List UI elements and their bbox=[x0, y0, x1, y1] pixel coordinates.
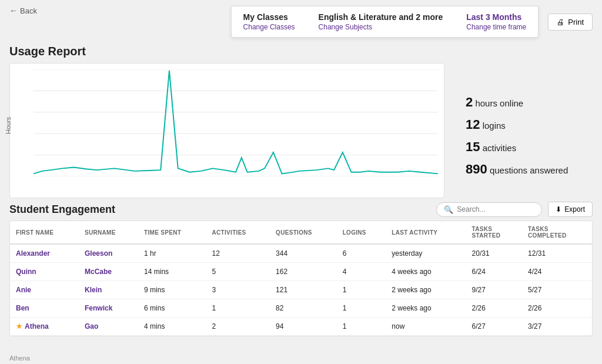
activities-label: activities bbox=[483, 143, 517, 153]
download-icon: ⬇ bbox=[556, 205, 561, 213]
filter-panel: My Classes Change Classes English & Lite… bbox=[231, 6, 539, 38]
search-export-controls: 🔍 ⬇ Export bbox=[436, 202, 593, 217]
cell-surname: Fenwick bbox=[79, 299, 138, 318]
table-header-row: FIRST NAME SURNAME TIME SPENT ACTIVITIES… bbox=[10, 221, 592, 244]
bottom-label: Athena bbox=[9, 355, 30, 362]
table-row: ★Athena Gao 4 mins 2 94 1 now 6/27 3/27 bbox=[10, 318, 592, 336]
cell-firstname: Ben bbox=[10, 299, 79, 318]
cell-taskscompleted: 2/26 bbox=[522, 299, 592, 318]
engagement-title: Student Engagement bbox=[9, 203, 115, 216]
classes-label: My Classes bbox=[243, 12, 295, 22]
cell-logins: 6 bbox=[337, 244, 386, 263]
change-subjects-link[interactable]: Change Subjects bbox=[319, 23, 443, 31]
cell-lastactivity: 2 weeks ago bbox=[386, 299, 466, 318]
questions-number: 890 bbox=[466, 162, 487, 176]
col-surname: SURNAME bbox=[79, 221, 138, 244]
surname-link[interactable]: Fenwick bbox=[85, 304, 112, 312]
print-label: Print bbox=[568, 18, 584, 26]
cell-surname: Klein bbox=[79, 281, 138, 299]
cell-timespent: 1 hr bbox=[138, 244, 206, 263]
search-icon: 🔍 bbox=[444, 205, 453, 214]
cell-activities: 5 bbox=[206, 263, 270, 281]
stats-panel: 2 hours online 12 logins 15 activities 8… bbox=[452, 61, 593, 198]
cell-surname: Gao bbox=[79, 318, 138, 336]
cell-tasksstarted: 9/27 bbox=[466, 281, 522, 299]
cell-surname: McCabe bbox=[79, 263, 138, 281]
cell-taskscompleted: 5/27 bbox=[522, 281, 592, 299]
firstname-link[interactable]: Quinn bbox=[16, 268, 36, 276]
table-row: Alexander Gleeson 1 hr 12 344 6 yesterda… bbox=[10, 244, 592, 263]
subjects-label: English & Literature and 2 more bbox=[319, 12, 443, 22]
table-row: Anie Klein 9 mins 3 121 1 2 weeks ago 9/… bbox=[10, 281, 592, 299]
cell-lastactivity: now bbox=[386, 318, 466, 336]
left-content: Usage Report Hours 1.0 0.80 0.60 0.40 bbox=[9, 40, 452, 198]
print-button[interactable]: 🖨 Print bbox=[548, 14, 593, 31]
cell-logins: 4 bbox=[337, 263, 386, 281]
change-classes-link[interactable]: Change Classes bbox=[243, 23, 295, 31]
cell-questions: 82 bbox=[270, 299, 337, 318]
cell-taskscompleted: 3/27 bbox=[522, 318, 592, 336]
cell-tasksstarted: 2/26 bbox=[466, 299, 522, 318]
cell-timespent: 6 mins bbox=[138, 299, 206, 318]
col-activities: ACTIVITIES bbox=[206, 221, 270, 244]
col-tasksstarted: TASKSSTARTED bbox=[466, 221, 522, 244]
engagement-header: Student Engagement 🔍 ⬇ Export bbox=[9, 202, 593, 217]
export-button[interactable]: ⬇ Export bbox=[548, 202, 593, 217]
subjects-filter-group: English & Literature and 2 more Change S… bbox=[319, 12, 443, 31]
cell-taskscompleted: 12/31 bbox=[522, 244, 592, 263]
cell-activities: 2 bbox=[206, 318, 270, 336]
bottom-bar: Athena bbox=[0, 352, 602, 364]
cell-firstname: Anie bbox=[10, 281, 79, 299]
cell-tasksstarted: 6/27 bbox=[466, 318, 522, 336]
stat-hours: 2 hours online bbox=[466, 95, 583, 110]
logins-number: 12 bbox=[466, 117, 480, 132]
stat-activities: 15 activities bbox=[466, 139, 583, 155]
surname-link[interactable]: Klein bbox=[85, 286, 102, 294]
surname-link[interactable]: McCabe bbox=[85, 268, 112, 276]
cell-tasksstarted: 20/31 bbox=[466, 244, 522, 263]
stat-questions: 890 questions answered bbox=[466, 162, 583, 177]
cell-timespent: 4 mins bbox=[138, 318, 206, 336]
cell-firstname: Quinn bbox=[10, 263, 79, 281]
change-timeframe-link[interactable]: Change time frame bbox=[466, 23, 526, 31]
col-timespent: TIME SPENT bbox=[138, 221, 206, 244]
student-table: FIRST NAME SURNAME TIME SPENT ACTIVITIES… bbox=[10, 221, 592, 336]
firstname-link[interactable]: ★Athena bbox=[16, 322, 49, 330]
y-axis-label: Hours bbox=[5, 117, 12, 134]
table-wrapper: FIRST NAME SURNAME TIME SPENT ACTIVITIES… bbox=[9, 221, 593, 336]
classes-filter-group: My Classes Change Classes bbox=[243, 12, 295, 31]
cell-taskscompleted: 4/24 bbox=[522, 263, 592, 281]
chart-container: Hours 1.0 0.80 0.60 0.40 0.20 0.0 bbox=[9, 63, 444, 198]
cell-timespent: 14 mins bbox=[138, 263, 206, 281]
cell-lastactivity: 4 weeks ago bbox=[386, 263, 466, 281]
table-row: Quinn McCabe 14 mins 5 162 4 4 weeks ago… bbox=[10, 263, 592, 281]
cell-firstname: ★Athena bbox=[10, 318, 79, 336]
cell-questions: 94 bbox=[270, 318, 337, 336]
surname-link[interactable]: Gleeson bbox=[85, 249, 112, 258]
star-icon: ★ bbox=[16, 322, 22, 330]
cell-logins: 1 bbox=[337, 281, 386, 299]
col-lastactivity: LAST ACTIVITY bbox=[386, 221, 466, 244]
printer-icon: 🖨 bbox=[557, 18, 564, 26]
firstname-link[interactable]: Alexander bbox=[16, 249, 50, 258]
surname-link[interactable]: Gao bbox=[85, 322, 98, 330]
cell-logins: 1 bbox=[337, 318, 386, 336]
activities-number: 15 bbox=[466, 139, 480, 154]
col-logins: LOGINS bbox=[337, 221, 386, 244]
hours-label: hours online bbox=[475, 98, 523, 108]
firstname-link[interactable]: Anie bbox=[16, 286, 31, 294]
search-box[interactable]: 🔍 bbox=[436, 202, 542, 217]
table-row: Ben Fenwick 6 mins 1 82 1 2 weeks ago 2/… bbox=[10, 299, 592, 318]
cell-questions: 121 bbox=[270, 281, 337, 299]
stat-logins: 12 logins bbox=[466, 117, 583, 132]
cell-lastactivity: yesterday bbox=[386, 244, 466, 263]
hours-number: 2 bbox=[466, 95, 473, 109]
cell-firstname: Alexander bbox=[10, 244, 79, 263]
firstname-link[interactable]: Ben bbox=[16, 304, 29, 312]
search-input[interactable] bbox=[457, 205, 534, 213]
logins-label: logins bbox=[483, 121, 506, 131]
export-label: Export bbox=[564, 205, 585, 213]
cell-activities: 1 bbox=[206, 299, 270, 318]
back-button[interactable]: ← Back bbox=[9, 6, 37, 15]
timeframe-filter-group: Last 3 Months Change time frame bbox=[466, 12, 526, 31]
